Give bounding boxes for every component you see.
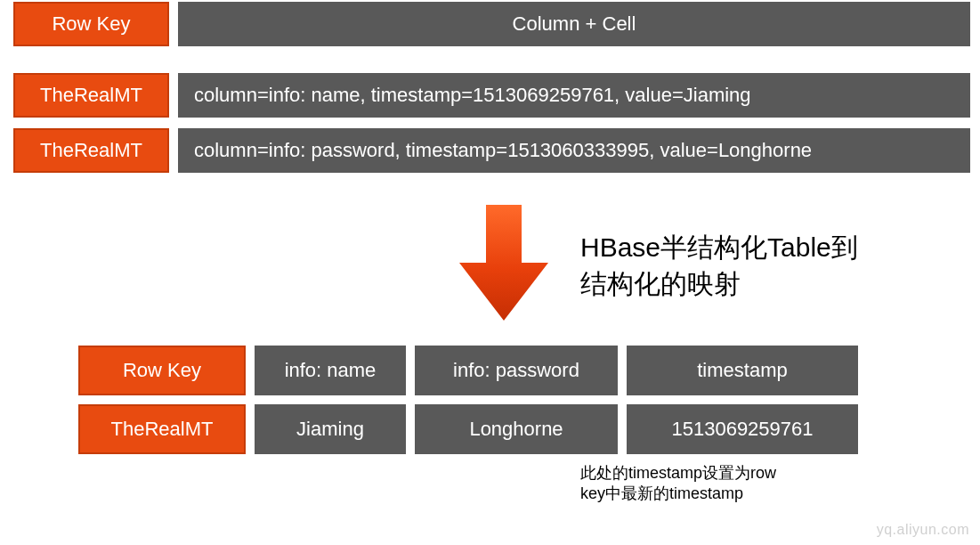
caption-line2: 结构化的映射 (580, 266, 858, 303)
cell-value: Jiaming (296, 418, 364, 441)
svg-marker-0 (459, 205, 548, 321)
rowkey-header: Row Key (13, 2, 169, 46)
rowkey-value: TheRealMT (40, 84, 142, 107)
caption-line1: HBase半结构化Table到 (580, 230, 858, 266)
structured-table-section: Row Key info: name info: password timest… (78, 346, 862, 454)
content-value: column=info: password, timestamp=1513060… (194, 139, 812, 162)
down-arrow-icon (459, 205, 548, 321)
rowkey-header: Row Key (78, 346, 246, 395)
rowkey-cell: TheRealMT (78, 404, 246, 454)
cell-value: Longhorne (469, 418, 563, 441)
rowkey-value: TheRealMT (111, 418, 214, 441)
rowkey-header-label: Row Key (52, 12, 130, 36)
footnote-line2: key中最新的timestamp (580, 484, 865, 504)
watermark-text: yq.aliyun.com (877, 522, 969, 538)
col-header-label: timestamp (697, 359, 787, 382)
rowkey-value: TheRealMT (40, 139, 142, 162)
data-cell: Jiaming (255, 404, 406, 454)
hbase-raw-section: Row Key Column + Cell TheRealMT column=i… (13, 2, 970, 173)
content-cell: column=info: password, timestamp=1513060… (178, 128, 970, 173)
structured-data-row: TheRealMT Jiaming Longhorne 151306925976… (78, 404, 862, 454)
watermark-label: yq.aliyun.com (877, 522, 969, 537)
data-row: TheRealMT column=info: name, timestamp=1… (13, 73, 970, 118)
footnote-line1: 此处的timestamp设置为row (580, 463, 865, 484)
col-header-label: info: password (453, 359, 579, 382)
timestamp-footnote: 此处的timestamp设置为row key中最新的timestamp (580, 463, 865, 505)
structured-header-row: Row Key info: name info: password timest… (78, 346, 862, 395)
col-header-label: info: name (285, 359, 377, 382)
content-cell: column=info: name, timestamp=15130692597… (178, 73, 970, 118)
header-row: Row Key Column + Cell (13, 2, 970, 46)
mapping-caption: HBase半结构化Table到 结构化的映射 (580, 230, 858, 302)
rowkey-header-label: Row Key (123, 359, 201, 382)
data-row: TheRealMT column=info: password, timesta… (13, 128, 970, 173)
cell-value: 1513069259761 (671, 418, 813, 441)
col-header: timestamp (627, 346, 858, 395)
col-header: info: name (255, 346, 406, 395)
data-cell: Longhorne (415, 404, 618, 454)
content-value: column=info: name, timestamp=15130692597… (194, 84, 751, 107)
data-cell: 1513069259761 (627, 404, 858, 454)
col-header: info: password (415, 346, 618, 395)
colcell-header-label: Column + Cell (513, 12, 636, 36)
rowkey-cell: TheRealMT (13, 128, 169, 173)
rowkey-cell: TheRealMT (13, 73, 169, 118)
colcell-header: Column + Cell (178, 2, 970, 46)
